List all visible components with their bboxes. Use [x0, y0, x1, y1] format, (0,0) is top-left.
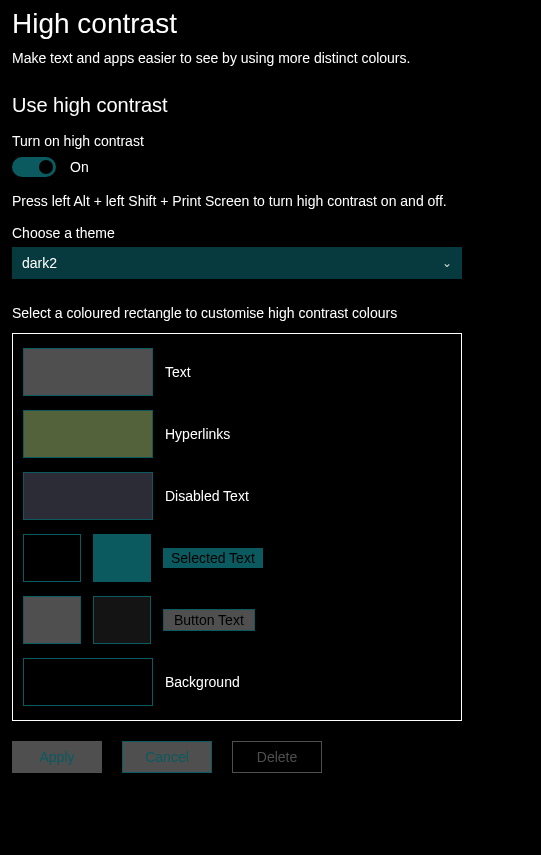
swatch-button-bg[interactable] [93, 596, 151, 644]
delete-button[interactable]: Delete [232, 741, 322, 773]
swatch-background-label: Background [165, 674, 240, 690]
cancel-button[interactable]: Cancel [122, 741, 212, 773]
swatch-button-label: Button Text [163, 609, 255, 631]
page-description: Make text and apps easier to see by usin… [12, 50, 529, 66]
swatch-disabled-label: Disabled Text [165, 488, 249, 504]
swatch-panel: Text Hyperlinks Disabled Text Selected T… [12, 333, 462, 721]
swatch-disabled[interactable] [23, 472, 153, 520]
swatch-button-fg[interactable] [23, 596, 81, 644]
swatch-text-label: Text [165, 364, 191, 380]
swatch-text[interactable] [23, 348, 153, 396]
theme-select[interactable]: dark2 ⌄ [12, 247, 462, 279]
swatch-background[interactable] [23, 658, 153, 706]
chevron-down-icon: ⌄ [442, 256, 452, 270]
section-heading: Use high contrast [12, 94, 529, 117]
swatch-selected-fg[interactable] [23, 534, 81, 582]
swatch-selected-bg[interactable] [93, 534, 151, 582]
swatch-hyperlinks[interactable] [23, 410, 153, 458]
theme-value: dark2 [22, 255, 57, 271]
toggle-state: On [70, 159, 89, 175]
toggle-label: Turn on high contrast [12, 133, 529, 149]
swatch-hyperlinks-label: Hyperlinks [165, 426, 230, 442]
shortcut-hint: Press left Alt + left Shift + Print Scre… [12, 193, 529, 209]
high-contrast-toggle[interactable] [12, 157, 56, 177]
swatch-hint: Select a coloured rectangle to customise… [12, 305, 529, 321]
apply-button[interactable]: Apply [12, 741, 102, 773]
toggle-knob [39, 160, 53, 174]
theme-label: Choose a theme [12, 225, 529, 241]
page-title: High contrast [12, 8, 529, 40]
swatch-selected-label: Selected Text [163, 548, 263, 568]
